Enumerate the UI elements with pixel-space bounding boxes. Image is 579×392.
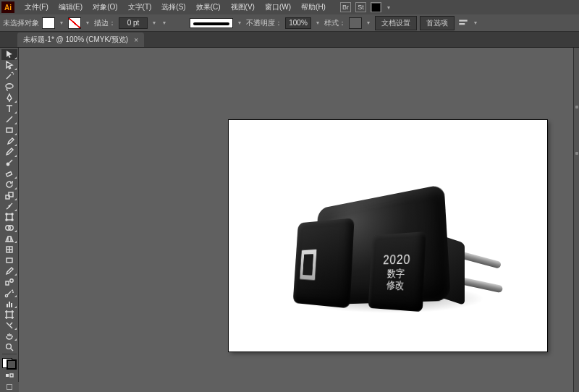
svg-point-17 [12, 219, 13, 221]
canvas[interactable]: 2020 数字 修改 [19, 48, 573, 392]
zoom-tool[interactable] [1, 341, 17, 352]
stroke-weight-input[interactable]: 0 pt [119, 17, 148, 29]
stroke-weight-dropdown[interactable]: ▾ [151, 17, 158, 29]
menu-file[interactable]: 文件(F) [20, 1, 53, 14]
document-setup-button[interactable]: 文档设置 [375, 16, 417, 30]
menu-window[interactable]: 窗口(W) [261, 1, 295, 14]
eyedropper-tool[interactable] [1, 265, 17, 276]
document-tab-title: 未标题-1* @ 100% (CMYK/预览) [23, 35, 128, 45]
artboard-tool[interactable] [1, 309, 17, 320]
line-tool[interactable] [1, 114, 17, 125]
svg-rect-24 [6, 281, 9, 285]
usb-port [300, 249, 317, 281]
width-tool[interactable] [1, 201, 17, 212]
menu-effect[interactable]: 效果(C) [192, 1, 225, 14]
brush-dropdown[interactable]: ▾ [236, 17, 243, 29]
scale-tool[interactable] [1, 190, 17, 201]
svg-point-16 [6, 219, 7, 221]
symbol-sprayer-tool[interactable] [1, 287, 17, 298]
direct-selection-tool[interactable] [1, 60, 17, 71]
type-tool[interactable] [1, 103, 17, 114]
svg-point-25 [9, 279, 12, 282]
menu-object[interactable]: 对象(O) [88, 1, 122, 14]
charger-front-face [293, 218, 355, 308]
free-transform-tool[interactable] [1, 212, 17, 223]
color-mode-toggle[interactable] [1, 370, 17, 381]
svg-point-19 [8, 226, 12, 230]
style-swatch[interactable] [349, 17, 362, 29]
style-label: 样式： [324, 18, 346, 28]
charger-label-face: 2020 数字 修改 [368, 231, 426, 312]
svg-point-4 [6, 84, 13, 88]
lasso-tool[interactable] [1, 82, 17, 93]
slice-tool[interactable] [1, 320, 17, 331]
svg-rect-23 [7, 258, 12, 263]
workspace: 2020 数字 修改 [0, 48, 579, 392]
control-bar: 未选择对象 ▾ ▾ 描边： 0 pt ▾ ▾ ▾ 不透明度： 100% ▾ 样式… [0, 14, 579, 32]
tab-bar: 未标题-1* @ 100% (CMYK/预览) × [0, 32, 579, 48]
menu-type[interactable]: 文字(T) [124, 1, 156, 14]
menu-select[interactable]: 选择(S) [157, 1, 190, 14]
align-dropdown[interactable]: ▾ [472, 17, 479, 29]
menu-view[interactable]: 视图(V) [227, 1, 259, 14]
menu-edit[interactable]: 编辑(E) [54, 1, 87, 14]
stroke-label: 描边： [94, 18, 116, 28]
svg-rect-34 [10, 374, 13, 377]
rotate-tool[interactable] [1, 179, 17, 190]
gradient-tool[interactable] [1, 255, 17, 265]
svg-point-31 [6, 344, 11, 349]
svg-point-14 [6, 213, 7, 215]
pen-tool[interactable] [1, 93, 17, 103]
fill-stroke-control[interactable] [1, 357, 17, 370]
shape-builder-tool[interactable] [1, 223, 17, 234]
arrange-icon[interactable] [371, 2, 381, 12]
arrange-dropdown[interactable]: ▾ [386, 4, 392, 11]
fill-swatch[interactable] [42, 17, 55, 29]
bridge-icon[interactable]: Br [340, 2, 351, 12]
magic-wand-tool[interactable] [1, 71, 17, 82]
label-line2: 修改 [386, 278, 405, 291]
artwork-charger: 2020 数字 修改 [275, 172, 514, 317]
stock-icon[interactable]: St [355, 2, 366, 12]
artboard[interactable]: 2020 数字 修改 [229, 120, 547, 351]
column-graph-tool[interactable] [1, 298, 17, 309]
opacity-dropdown[interactable]: ▾ [314, 17, 321, 29]
svg-rect-30 [7, 312, 12, 318]
align-icon[interactable] [457, 18, 469, 28]
close-tab-icon[interactable]: × [134, 36, 138, 44]
svg-point-8 [6, 163, 9, 166]
app-logo: Ai [1, 1, 14, 13]
brush-preview[interactable] [190, 18, 233, 28]
perspective-grid-tool[interactable] [1, 233, 17, 244]
opacity-label: 不透明度： [246, 18, 282, 28]
style-dropdown[interactable]: ▾ [365, 17, 372, 29]
rectangle-tool[interactable] [1, 125, 17, 136]
pencil-tool[interactable] [1, 147, 17, 158]
vsp-dropdown[interactable]: ▾ [161, 17, 168, 29]
preferences-button[interactable]: 首选项 [420, 16, 455, 30]
stroke-swatch[interactable] [68, 17, 81, 29]
fill-dropdown[interactable]: ▾ [58, 17, 65, 29]
svg-point-26 [5, 294, 7, 297]
svg-line-32 [11, 349, 13, 351]
svg-point-15 [12, 213, 13, 215]
blob-brush-tool[interactable] [1, 158, 17, 169]
selection-tool[interactable] [1, 49, 17, 60]
screen-mode-dock[interactable] [0, 382, 19, 392]
svg-rect-0 [372, 3, 380, 11]
blend-tool[interactable] [1, 276, 17, 287]
selection-status: 未选择对象 [3, 18, 39, 28]
stroke-color-dropdown[interactable]: ▾ [84, 17, 91, 29]
svg-rect-7 [7, 128, 12, 132]
svg-point-12 [8, 205, 10, 208]
svg-rect-28 [9, 302, 10, 307]
eraser-tool[interactable] [1, 169, 17, 179]
hand-tool[interactable] [1, 331, 17, 341]
opacity-input[interactable]: 100% [285, 17, 311, 29]
label-line1: 数字 [387, 267, 405, 278]
mesh-tool[interactable] [1, 244, 17, 255]
paintbrush-tool[interactable] [1, 136, 17, 147]
menu-help[interactable]: 帮助(H) [297, 1, 330, 14]
right-panel-rail[interactable] [573, 48, 579, 392]
document-tab[interactable]: 未标题-1* @ 100% (CMYK/预览) × [17, 33, 144, 47]
